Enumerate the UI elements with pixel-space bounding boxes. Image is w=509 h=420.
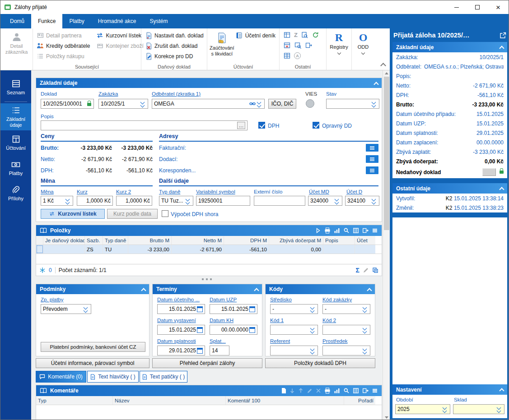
collapse-panel-icon[interactable] (141, 288, 146, 293)
collapse-panel-icon[interactable] (367, 288, 372, 293)
col-sazba[interactable]: Sazb. (85, 236, 103, 245)
externi-cislo-field[interactable] (254, 196, 305, 206)
chart-icon[interactable] (334, 388, 340, 394)
popis-field[interactable]: … (41, 120, 247, 130)
col-zbyva-docerpat-m[interactable]: Zbývá dočerpat M (269, 236, 323, 245)
kurz-field[interactable]: 1,0000 Kč (77, 196, 113, 206)
tab-domu[interactable]: Domů (3, 14, 31, 28)
letter-a-circle-icon[interactable]: A (294, 52, 301, 59)
col-komentar-100[interactable]: Komentář 100 (226, 396, 344, 405)
letter-z-icon[interactable]: Z (294, 32, 298, 38)
tab-text-paticky[interactable]: Text patičky ( ) (140, 371, 187, 383)
tab-system[interactable]: Systém (143, 14, 174, 28)
datum-kh-field[interactable]: 00.00.0000 (210, 325, 257, 335)
dropdown-icon[interactable] (371, 100, 377, 108)
dph-checkbox[interactable] (258, 122, 265, 129)
dropdown-icon[interactable] (310, 305, 316, 313)
partner-link-icon[interactable] (249, 101, 256, 106)
dropdown-icon[interactable] (371, 197, 377, 205)
export-icon[interactable] (362, 388, 369, 394)
dropdown-icon[interactable] (442, 406, 448, 413)
dropdown-icon[interactable] (140, 100, 146, 108)
kurz2-field[interactable]: 1,0000 Kč (116, 196, 152, 206)
typ-dane-field[interactable]: TU Tuz... (159, 196, 193, 206)
row-selector-cell[interactable] (36, 245, 43, 254)
dodaci-address-button[interactable] (366, 155, 378, 163)
collapse-section-icon[interactable] (499, 46, 504, 51)
collapse-section-icon[interactable] (499, 388, 504, 393)
table-search-icon[interactable] (294, 42, 301, 49)
prostredek-field[interactable] (322, 346, 370, 355)
print-icon[interactable] (324, 388, 331, 394)
vertical-scrollbar[interactable] (383, 70, 390, 420)
tab-platby[interactable]: Platby (62, 14, 91, 28)
calendar-icon[interactable] (249, 306, 255, 312)
prehled-cerpani-button[interactable]: Přehled čerpání zálohy (152, 358, 262, 368)
tab-hromadne-akce[interactable]: Hromadné akce (91, 14, 143, 28)
korekce-pro-dd-button[interactable]: Korekce pro DD (144, 51, 205, 61)
refresh-icon[interactable] (312, 32, 319, 39)
menu-icon[interactable] (372, 227, 378, 234)
scroll-down-arrow[interactable] (385, 416, 388, 419)
fakturacni-address-button[interactable] (366, 144, 378, 152)
kod-zakazky-field[interactable]: - (322, 304, 370, 314)
columns-icon[interactable] (353, 227, 359, 234)
odd-button[interactable]: O ODD (354, 30, 372, 55)
splatnost-field[interactable]: 14 (210, 346, 229, 355)
vypocet-dph-shora-checkbox[interactable] (162, 210, 168, 217)
dropdown-icon[interactable] (257, 100, 262, 108)
col-nazev[interactable]: Název (113, 396, 226, 405)
dropdown-icon[interactable] (83, 305, 89, 313)
table-icon[interactable] (283, 52, 290, 60)
dropdown-icon[interactable] (334, 197, 340, 205)
ico-dic-button[interactable]: IČO, DIČ (268, 99, 296, 109)
zauctovani-button[interactable]: Zaúčtování s likvidací (210, 30, 234, 56)
sidebar-item-seznam[interactable]: Seznam (0, 75, 31, 100)
doc-search-icon[interactable] (301, 32, 308, 39)
open-external-icon[interactable] (500, 32, 506, 39)
dropdown-icon[interactable] (310, 326, 316, 334)
nastavit-dan-doklad-button[interactable]: Nastavit daň. doklad (144, 30, 205, 41)
scroll-up-arrow[interactable] (385, 72, 388, 74)
referent-field[interactable] (270, 346, 318, 355)
zakazka-field[interactable]: 10/2025/1 (98, 99, 148, 109)
table-export-icon[interactable] (305, 42, 312, 49)
col-poradi[interactable]: Pořadí (344, 396, 375, 405)
calendar-icon[interactable] (197, 306, 203, 312)
calendar-icon[interactable] (249, 327, 255, 333)
sidebar-item-platby[interactable]: Platby (0, 156, 31, 181)
sum-icon[interactable]: Σ (356, 267, 360, 274)
calendar-icon[interactable] (197, 348, 203, 354)
obdobi-field[interactable]: 2025 (395, 404, 450, 414)
stav-field[interactable] (326, 99, 379, 109)
collapse-panel-icon[interactable] (254, 288, 259, 293)
collapse-ribbon-button[interactable] (380, 63, 386, 69)
dropdown-icon[interactable] (362, 305, 368, 313)
new-doc-icon[interactable] (281, 388, 286, 394)
kurzovni-listek-button[interactable]: Kurzovní lístek (41, 209, 105, 219)
ellipsis-button[interactable]: … (237, 122, 245, 129)
variabilni-symbol-field[interactable]: 19250001 (196, 196, 250, 206)
kredity-odberatele-button[interactable]: Kredity odběratele (35, 41, 91, 51)
opravny-dd-checkbox[interactable] (313, 122, 319, 129)
items-table-row[interactable]: ZS TU -3 233,00 -2 671,90 -561,10 0,00 (36, 245, 382, 254)
zrusit-dan-doklad-button[interactable]: Zrušit daň. doklad (144, 41, 205, 51)
col-popis[interactable]: Popis (323, 236, 355, 245)
doklad-field[interactable]: 10/2025/100001 (41, 99, 94, 109)
search-icon[interactable] (343, 227, 350, 234)
tab-funkce[interactable]: Funkce (31, 14, 62, 28)
splitter-handle[interactable] (202, 278, 212, 280)
sklad-field[interactable] (453, 404, 504, 414)
datum-vystaveni-field[interactable]: 15.01.2025 (157, 325, 205, 335)
export-icon[interactable] (362, 227, 369, 234)
dropdown-icon[interactable] (310, 347, 316, 355)
snowflake-icon[interactable] (39, 267, 46, 273)
mena-field[interactable]: 1 Kč (41, 196, 73, 206)
tab-text-hlavicky[interactable]: Text hlavičky ( ) (87, 371, 139, 383)
dropdown-icon[interactable] (362, 326, 368, 334)
close-button[interactable]: × (488, 0, 509, 14)
stredisko-field[interactable]: - (270, 304, 318, 314)
scrollbar-thumb[interactable] (384, 77, 389, 230)
sidebar-item-zakladni-udaje[interactable]: Základní údaje (0, 103, 31, 130)
col-je-danovy-doklad[interactable]: Je daňový doklad (43, 236, 85, 245)
